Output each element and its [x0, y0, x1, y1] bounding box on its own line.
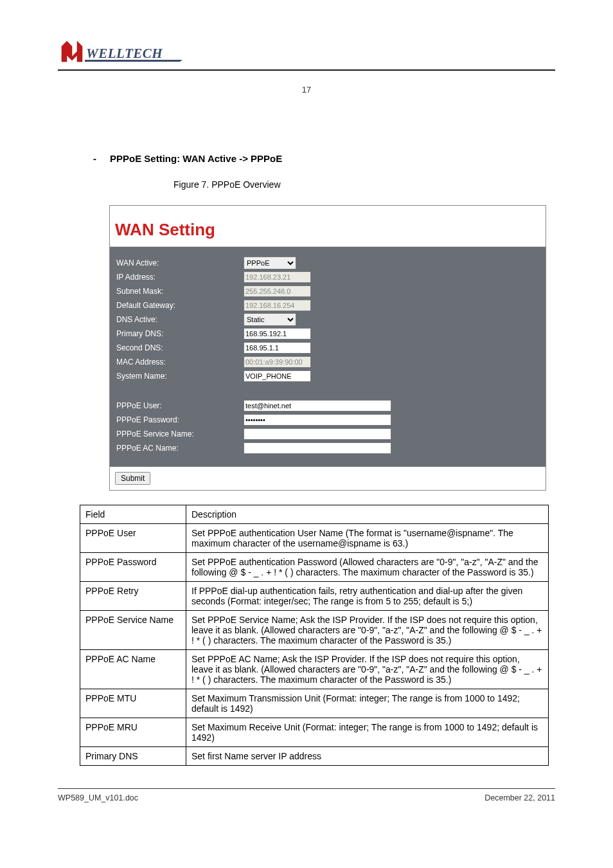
field-name-cell: PPPoE Service Name	[80, 611, 186, 650]
form-row: System Name:	[115, 369, 540, 383]
table-row: PPPoE PasswordSet PPPoE authentication P…	[80, 553, 549, 582]
screenshot-heading: WAN Setting	[110, 206, 546, 247]
form-select[interactable]: Static	[244, 313, 296, 326]
header-rule	[58, 69, 555, 71]
form-gap	[115, 383, 540, 399]
wan-setting-screenshot: WAN Setting WAN Active:PPPoEIP Address:S…	[109, 205, 546, 491]
footer-left: WP589_UM_v101.doc	[58, 793, 138, 802]
form-label: PPPoE AC Name:	[115, 444, 244, 453]
field-name-cell: PPPoE Password	[80, 553, 186, 582]
field-desc-cell: Set Maximum Transmission Unit (Format: i…	[186, 689, 549, 718]
page-footer: WP589_UM_v101.doc December 22, 2011	[58, 793, 555, 802]
form-label: PPPoE Service Name:	[115, 429, 244, 439]
svg-text:WELLTECH: WELLTECH	[86, 46, 163, 61]
field-name-cell: PPPoE MRU	[80, 718, 186, 747]
form-input[interactable]	[244, 428, 391, 440]
form-row: Primary DNS:	[115, 327, 540, 341]
footer-rule	[58, 788, 555, 789]
table-row: PPPoE MTUSet Maximum Transmission Unit (…	[80, 689, 549, 718]
logo: WELLTECH	[58, 37, 186, 66]
form-row: Subnet Mask:	[115, 284, 540, 298]
form-row: WAN Active:PPPoE	[115, 256, 540, 270]
form-input[interactable]	[244, 370, 311, 382]
submit-button[interactable]: Submit	[115, 472, 150, 485]
section-heading: - PPPoE Setting: WAN Active -> PPPoE	[93, 153, 555, 164]
field-desc-cell: Set PPPoE Service Name; Ask the ISP Prov…	[186, 611, 549, 650]
form-row: PPPoE Service Name:	[115, 427, 540, 441]
form-row: DNS Active:Static	[115, 312, 540, 327]
form-label: IP Address:	[115, 273, 244, 282]
field-desc-cell: Set PPPoE AC Name; Ask the ISP Provider.…	[186, 650, 549, 689]
form-label: PPPoE Password:	[115, 415, 244, 424]
form-label: Primary DNS:	[115, 329, 244, 338]
form-input[interactable]	[244, 342, 311, 354]
form-label: MAC Address:	[115, 357, 244, 366]
field-name-cell: PPPoE Retry	[80, 582, 186, 611]
field-desc-cell: Set Maximum Receive Unit (Format: intege…	[186, 718, 549, 747]
form-label: Second DNS:	[115, 343, 244, 352]
wan-setting-title: WAN Setting	[115, 220, 540, 240]
form-input	[244, 285, 311, 297]
form-input[interactable]	[244, 442, 391, 454]
table-header-description: Description	[186, 505, 549, 524]
form-input	[244, 300, 311, 311]
section-title: PPPoE Setting: WAN Active -> PPPoE	[110, 153, 282, 164]
field-description-table: Field Description PPPoE UserSet PPPoE au…	[80, 505, 549, 766]
form-label: Default Gateway:	[115, 301, 244, 310]
field-desc-cell: Set PPPoE authentication Password (Allow…	[186, 553, 549, 582]
table-row: PPPoE MRUSet Maximum Receive Unit (Forma…	[80, 718, 549, 747]
table-row: PPPoE AC NameSet PPPoE AC Name; Ask the …	[80, 650, 549, 689]
field-name-cell: PPPoE MTU	[80, 689, 186, 718]
table-header-field: Field	[80, 505, 186, 524]
form-label: PPPoE User:	[115, 401, 244, 410]
form-password[interactable]	[244, 414, 391, 426]
table-row: PPPoE RetryIf PPPoE dial-up authenticati…	[80, 582, 549, 611]
section-dash: -	[93, 153, 98, 164]
submit-bar: Submit	[110, 467, 546, 490]
form-label: System Name:	[115, 372, 244, 381]
table-row: Primary DNSSet first Name server IP addr…	[80, 747, 549, 766]
form-label: Subnet Mask:	[115, 287, 244, 296]
form-label: DNS Active:	[115, 315, 244, 324]
form-input[interactable]	[244, 328, 311, 339]
form-row: Default Gateway:	[115, 298, 540, 312]
form-row: IP Address:	[115, 270, 540, 284]
form-input[interactable]	[244, 400, 391, 411]
field-desc-cell: Set PPPoE authentication User Name (The …	[186, 524, 549, 553]
form-row: MAC Address:	[115, 355, 540, 369]
footer-right: December 22, 2011	[484, 793, 555, 802]
table-row: PPPoE Service NameSet PPPoE Service Name…	[80, 611, 549, 650]
form-input	[244, 271, 311, 283]
field-desc-cell: Set first Name server IP address	[186, 747, 549, 766]
figure-caption: Figure 7. PPPoE Overview	[173, 179, 555, 190]
field-name-cell: PPPoE User	[80, 524, 186, 553]
form-select[interactable]: PPPoE	[244, 257, 296, 269]
table-row: PPPoE UserSet PPPoE authentication User …	[80, 524, 549, 553]
form-row: PPPoE AC Name:	[115, 441, 540, 455]
form-input	[244, 356, 311, 368]
form-row: PPPoE User:	[115, 399, 540, 413]
field-desc-cell: If PPPoE dial-up authentication fails, r…	[186, 582, 549, 611]
field-name-cell: PPPoE AC Name	[80, 650, 186, 689]
screenshot-form: WAN Active:PPPoEIP Address:Subnet Mask:D…	[110, 247, 546, 467]
field-name-cell: Primary DNS	[80, 747, 186, 766]
page-number: 17	[0, 85, 613, 95]
form-row: Second DNS:	[115, 341, 540, 355]
form-label: WAN Active:	[115, 258, 244, 267]
form-row: PPPoE Password:	[115, 413, 540, 427]
